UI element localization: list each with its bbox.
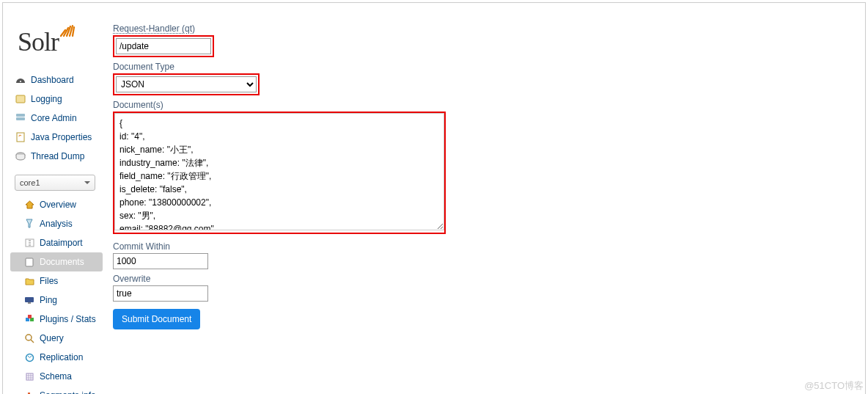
nav-coreadmin[interactable]: Core Admin <box>10 109 106 128</box>
subnav-segments[interactable]: Segments info <box>10 386 106 394</box>
schema-icon <box>23 371 35 382</box>
home-icon <box>23 199 35 211</box>
subnav-analysis[interactable]: Analysis <box>10 214 106 233</box>
dataimport-icon <box>23 237 35 249</box>
doctype-label: Document Type <box>113 62 858 72</box>
svg-rect-12 <box>26 258 33 266</box>
threaddump-icon <box>15 150 26 162</box>
svg-point-18 <box>26 335 32 340</box>
core-selected: core1 <box>20 178 40 187</box>
svg-rect-13 <box>25 297 34 302</box>
nav-dashboard[interactable]: Dashboard <box>10 70 106 90</box>
subnav-plugins[interactable]: Plugins / Stats <box>10 310 106 329</box>
subnav-label: Segments info <box>40 390 96 394</box>
svg-point-5 <box>20 81 21 82</box>
svg-rect-21 <box>26 373 33 380</box>
doctype-select[interactable]: JSON <box>116 76 257 92</box>
docs-label: Document(s) <box>113 100 858 110</box>
svg-line-4 <box>73 27 74 36</box>
subnav-query[interactable]: Query <box>10 329 106 348</box>
subnav-overview[interactable]: Overview <box>10 195 106 214</box>
documents-icon <box>23 256 35 268</box>
subnav-label: Plugins / Stats <box>40 314 96 324</box>
logging-icon <box>15 93 26 105</box>
core-selector[interactable]: core1 <box>15 175 95 191</box>
svg-rect-17 <box>28 315 32 318</box>
ping-icon <box>23 294 35 306</box>
subnav-files[interactable]: Files <box>10 271 106 291</box>
logo: Solr <box>18 21 106 57</box>
folder-icon <box>23 275 35 287</box>
commitwithin-label: Commit Within <box>113 241 858 252</box>
subnav-label: Replication <box>40 352 83 362</box>
svg-rect-6 <box>16 95 25 103</box>
nav-javaprops[interactable]: Java Properties <box>10 128 106 147</box>
segments-icon <box>23 390 35 394</box>
overwrite-input[interactable] <box>113 285 208 302</box>
svg-rect-14 <box>28 302 31 304</box>
svg-rect-9 <box>17 133 24 142</box>
subnav-label: Analysis <box>40 219 73 229</box>
subnav-ping[interactable]: Ping <box>10 291 106 310</box>
subnav-label: Documents <box>40 257 84 267</box>
main-panel: Request-Handler (qt) Document Type JSON … <box>106 3 865 394</box>
qt-input[interactable] <box>116 38 211 54</box>
subnav-label: Query <box>40 333 64 343</box>
svg-line-19 <box>31 340 34 343</box>
subnav-label: Files <box>40 276 58 286</box>
subnav-replication[interactable]: Replication <box>10 348 106 367</box>
subnav-label: Ping <box>40 295 57 305</box>
core-nav: Overview Analysis Dataimport Documents F… <box>10 195 106 394</box>
nav-label: Dashboard <box>31 75 74 85</box>
nav-label: Logging <box>31 94 62 104</box>
nav-threaddump[interactable]: Thread Dump <box>10 147 106 166</box>
submit-button[interactable]: Submit Document <box>113 309 200 329</box>
subnav-dataimport[interactable]: Dataimport <box>10 233 106 252</box>
replication-icon <box>23 351 35 363</box>
nav-label: Thread Dump <box>31 151 84 161</box>
plugins-icon <box>23 313 35 325</box>
nav-label: Java Properties <box>31 132 92 142</box>
watermark: @51CTO博客 <box>804 379 864 393</box>
subnav-label: Dataimport <box>40 238 83 248</box>
docs-textarea[interactable] <box>114 113 444 230</box>
search-icon <box>23 332 35 344</box>
commitwithin-input[interactable] <box>113 253 208 269</box>
overwrite-label: Overwrite <box>113 274 858 284</box>
subnav-label: Overview <box>40 200 76 210</box>
sidebar: Solr Dashboard Logging Core Admin Java P… <box>3 3 106 394</box>
top-nav: Dashboard Logging Core Admin Java Proper… <box>10 70 106 166</box>
qt-label: Request-Handler (qt) <box>113 23 858 34</box>
subnav-label: Schema <box>40 371 72 382</box>
dashboard-icon <box>15 74 26 86</box>
coreadmin-icon <box>15 112 26 124</box>
svg-rect-8 <box>16 117 25 120</box>
nav-logging[interactable]: Logging <box>10 90 106 109</box>
logo-text: Solr <box>18 27 59 56</box>
svg-rect-7 <box>16 114 25 117</box>
nav-label: Core Admin <box>31 113 77 123</box>
subnav-documents[interactable]: Documents <box>10 252 103 271</box>
subnav-schema[interactable]: Schema <box>10 367 106 386</box>
javaprops-icon <box>15 131 26 143</box>
glass-icon <box>23 218 35 230</box>
